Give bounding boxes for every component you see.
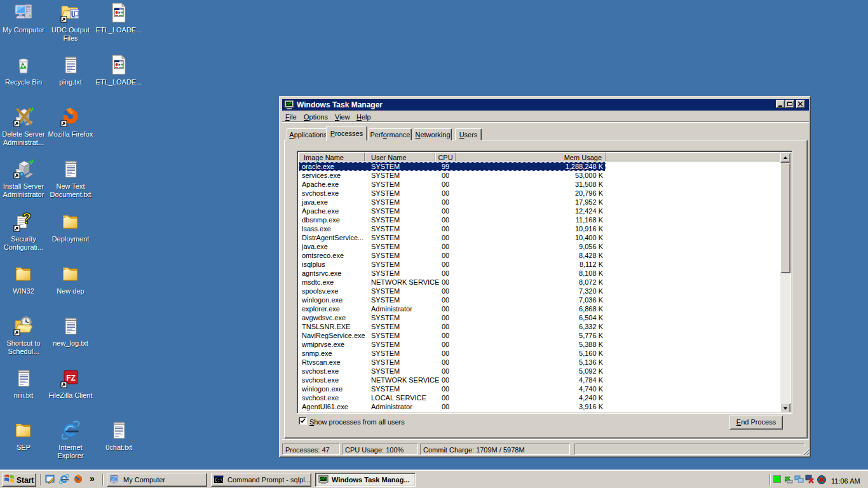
svg-text:FZ: FZ <box>66 374 76 383</box>
svg-text:?: ? <box>22 212 32 227</box>
svg-text:C:\: C:\ <box>215 478 223 483</box>
